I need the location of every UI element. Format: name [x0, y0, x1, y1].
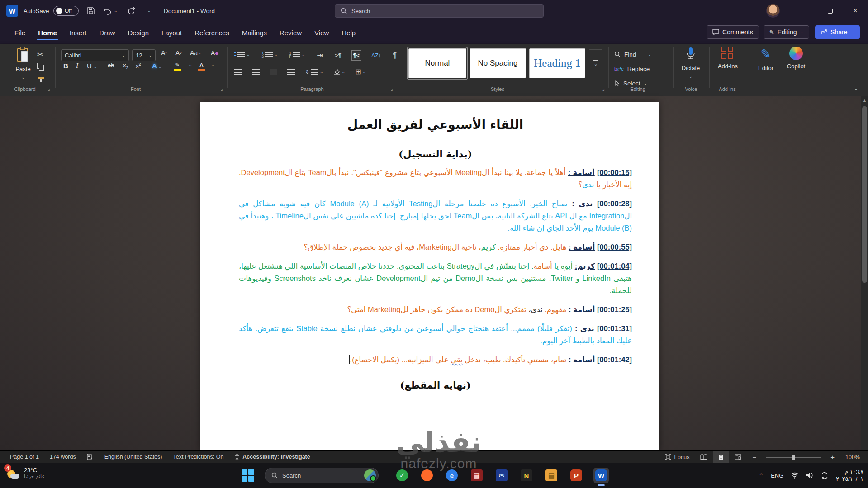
font-dialog-launcher[interactable]: ⌟ [221, 86, 223, 91]
read-mode-button[interactable] [695, 451, 713, 463]
start-button[interactable] [241, 468, 255, 483]
files-app-icon[interactable]: ▤ [544, 468, 559, 483]
bullets-button[interactable]: ⌄ [234, 52, 250, 58]
ribbon-tab-mailings[interactable]: Mailings [236, 24, 273, 41]
font-name-select[interactable]: Calibri⌄ [61, 49, 129, 61]
underline-button[interactable]: U ⌄ [87, 62, 97, 70]
ribbon-tab-view[interactable]: View [308, 24, 335, 41]
undo-button[interactable]: ⌄ [103, 0, 118, 22]
ribbon-tab-draw[interactable]: Draw [93, 24, 121, 41]
style-no-spacing[interactable]: No Spacing [470, 48, 526, 78]
transcript-paragraph[interactable]: [00:00:15] أسامة : أهلاً يا جماعة. يلا ب… [239, 166, 632, 191]
style-normal[interactable]: Normal [408, 48, 466, 78]
transcript-paragraph[interactable]: [00:01:42] أسامة : تمام، مستني تأكيدك. ط… [239, 354, 632, 366]
ribbon-tab-home[interactable]: Home [32, 24, 63, 41]
taskbar-search-box[interactable]: Search [265, 468, 379, 483]
save-button[interactable] [87, 0, 95, 22]
transcript-paragraph[interactable]: [00:00:28] ندى : صباح الخير. الأسبوع ده … [239, 198, 632, 234]
accessibility-status[interactable]: Accessibility: Investigate [229, 451, 315, 463]
word-icon[interactable]: W [593, 468, 609, 483]
powerpoint-icon[interactable]: P [569, 468, 584, 483]
font-color-chevron[interactable]: ⌄ [211, 62, 215, 68]
print-layout-button[interactable] [713, 451, 729, 463]
align-left-button[interactable] [234, 69, 242, 75]
collapse-ribbon-chevron[interactable]: ⌄ [854, 85, 858, 91]
show-paragraph-marks-button[interactable]: ¶ [393, 52, 397, 60]
align-right-button[interactable] [270, 69, 277, 75]
highlight-chevron[interactable]: ⌄ [188, 62, 192, 68]
transcript-paragraph[interactable]: [00:00:55] أسامة : هايل. دي أخبار ممتازة… [239, 241, 632, 253]
vertical-scrollbar[interactable]: ▲ [861, 96, 868, 450]
sync-update-icon[interactable] [821, 472, 829, 479]
minimize-button[interactable] [793, 0, 814, 22]
edge-browser-icon[interactable]: e [444, 468, 460, 483]
zoom-level[interactable]: 100% [840, 451, 868, 463]
borders-button[interactable]: ⊞⌄ [355, 67, 366, 76]
mail-app-icon[interactable]: ✉ [494, 468, 509, 483]
superscript-button[interactable]: x2 [136, 62, 141, 69]
clear-formatting-button[interactable]: A◆ [211, 49, 218, 57]
word-count[interactable]: 174 words [44, 451, 81, 463]
ribbon-tab-review[interactable]: Review [273, 24, 308, 41]
page-indicator[interactable]: Page 1 of 1 [0, 451, 44, 463]
zoom-in-button[interactable]: + [825, 451, 840, 463]
italic-button[interactable]: I [76, 62, 78, 70]
align-center-button[interactable] [252, 69, 260, 75]
replace-button[interactable]: b⇄c Replace [614, 63, 669, 75]
scrollbar-thumb[interactable] [862, 106, 867, 283]
proofing-status[interactable] [81, 451, 99, 463]
scroll-up-arrow-icon[interactable]: ▲ [861, 96, 868, 103]
style-heading-1[interactable]: Heading 1 [529, 48, 585, 78]
multilevel-list-button[interactable]: 1ai⌄ [289, 52, 305, 58]
text-predictions-status[interactable]: Text Predictions: On [167, 451, 229, 463]
store-grid-app-icon[interactable]: ▦ [469, 468, 484, 483]
shading-button[interactable]: ⌄ [333, 69, 346, 75]
ribbon-tab-layout[interactable]: Layout [155, 24, 188, 41]
cut-button[interactable]: ✂ [37, 50, 43, 59]
copy-button[interactable] [37, 63, 42, 69]
volume-icon[interactable] [806, 472, 813, 479]
dark-notes-app-icon[interactable]: N [519, 468, 534, 483]
transcript-paragraph[interactable]: [00:01:25] أسامة : مفهوم. ندى، تفتكري ال… [239, 303, 632, 316]
sort-button[interactable]: AZ↓ [371, 52, 381, 59]
ribbon-tab-insert[interactable]: Insert [63, 24, 93, 41]
justify-button[interactable] [287, 69, 295, 75]
ribbon-tab-help[interactable]: Help [335, 24, 362, 41]
language-indicator[interactable]: ENG [771, 472, 783, 479]
transcript-paragraph[interactable]: [00:01:31] ندى : (تفكر قليلًا) مممم... أ… [239, 322, 632, 347]
paste-button[interactable]: Paste ⌄ [8, 47, 38, 85]
subscript-button[interactable]: x2 [123, 62, 128, 70]
autosave-toggle[interactable]: Off [53, 6, 79, 16]
wifi-icon[interactable] [791, 472, 799, 479]
styles-dialog-launcher[interactable]: ⌟ [602, 86, 605, 91]
decrease-indent-button[interactable]: ⇥ [317, 51, 323, 60]
ribbon-tab-file[interactable]: File [8, 24, 32, 41]
green-check-app-icon[interactable]: ✓ [394, 468, 410, 483]
avatar[interactable] [766, 4, 780, 18]
weather-widget[interactable]: 4 23°C غائم جزئيا [6, 466, 44, 480]
highlight-color-button[interactable]: ✎ [174, 62, 181, 71]
quick-access-chevron[interactable]: ⌄ [147, 0, 151, 22]
change-case-button[interactable]: Aa ⌄ [190, 49, 201, 57]
transcript-paragraph[interactable]: [00:01:04] كريم: أيوة يا أسامة. إحنا بنف… [239, 260, 632, 297]
text-effects-button[interactable]: A ⌄ [152, 62, 162, 70]
redo-button[interactable] [128, 0, 137, 22]
shrink-font-button[interactable]: A˅ [175, 49, 182, 57]
bold-button[interactable]: B [63, 62, 68, 70]
title-search-box[interactable]: Search [335, 4, 544, 18]
line-spacing-button[interactable]: ⇕⌄ [305, 69, 323, 75]
format-painter-button[interactable] [37, 76, 44, 83]
document-page[interactable]: اللقاء الأسبوعي لفريق العمل (بداية التسج… [200, 102, 659, 450]
zoom-out-button[interactable]: − [747, 451, 762, 463]
ltr-direction-button[interactable]: >¶ [335, 52, 342, 59]
focus-button[interactable]: Focus [659, 451, 695, 463]
zoom-slider[interactable] [766, 457, 821, 458]
find-button[interactable]: Find⌄ [614, 48, 669, 60]
ribbon-tab-design[interactable]: Design [121, 24, 155, 41]
copilot-button[interactable]: Copilot [782, 47, 811, 85]
comments-button[interactable]: Comments [707, 25, 759, 39]
font-color-button[interactable]: A [198, 62, 205, 71]
dictate-button[interactable]: Dictate ⌄ [676, 47, 705, 85]
maximize-button[interactable] [820, 0, 840, 22]
language-status[interactable]: English (United States) [99, 451, 168, 463]
